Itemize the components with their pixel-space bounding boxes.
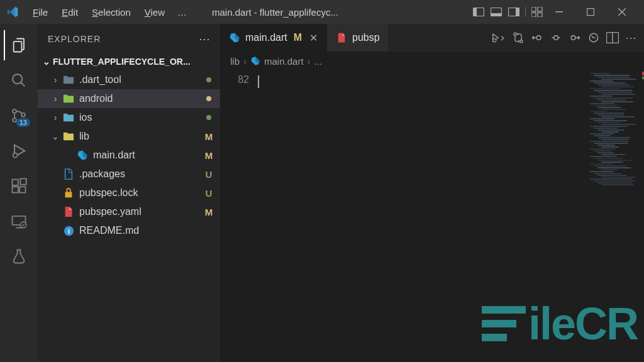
- breadcrumb-trailing[interactable]: ...: [314, 56, 323, 67]
- svg-rect-8: [531, 13, 536, 17]
- tab-actions: ⋯: [484, 24, 644, 52]
- tree-item-readme-md[interactable]: ›iREADME.md: [38, 221, 220, 240]
- svg-point-30: [554, 36, 558, 40]
- menu-overflow[interactable]: …: [171, 4, 193, 20]
- source-control-badge: 13: [16, 118, 30, 127]
- customize-layout-icon[interactable]: [531, 7, 543, 17]
- yaml-icon: [336, 32, 347, 43]
- svg-point-13: [13, 109, 16, 113]
- breadcrumb[interactable]: lib › main.dart › ...: [220, 52, 644, 70]
- tab-label: main.dart: [245, 32, 287, 43]
- git-status: M: [203, 207, 215, 217]
- git-status-dot: [206, 96, 211, 101]
- run-debug-icon[interactable]: [492, 32, 506, 43]
- activity-search[interactable]: [4, 65, 34, 96]
- git-status: M: [203, 150, 215, 161]
- folder-icon: [62, 94, 75, 104]
- menu-bar: File Edit Selection View: [26, 4, 171, 20]
- panel-bottom-icon[interactable]: [490, 7, 502, 17]
- tab-main-dart[interactable]: main.dart M ✕: [220, 24, 327, 52]
- project-header[interactable]: ⌄ FLUTTER_APPLIFECYCLE_OR...: [38, 54, 220, 69]
- commit-icon[interactable]: [550, 31, 562, 44]
- panel-right-icon[interactable]: [508, 7, 520, 17]
- git-status: M: [203, 131, 215, 142]
- vscode-logo-icon: [5, 4, 20, 19]
- folder-icon: [62, 112, 75, 123]
- tree-item--packages[interactable]: ›.packagesU: [38, 165, 220, 184]
- activity-source-control[interactable]: 13: [4, 101, 34, 131]
- chevron-right-icon: ›: [308, 56, 311, 67]
- svg-rect-23: [65, 192, 72, 197]
- activity-run-debug[interactable]: [4, 136, 34, 166]
- activity-explorer[interactable]: [4, 30, 34, 60]
- tree-item-ios[interactable]: ›ios: [38, 108, 220, 127]
- editor-area: main.dart M ✕ pubsp ⋯ lib ›: [220, 24, 644, 362]
- svg-point-28: [520, 40, 523, 43]
- minimap[interactable]: document.write(Array.from({length:60},(_…: [589, 70, 644, 272]
- tree-item-label: lib: [79, 131, 203, 142]
- text-cursor: [258, 75, 259, 88]
- activity-extensions[interactable]: [4, 171, 34, 201]
- git-compare-icon[interactable]: [512, 31, 525, 44]
- chevron-down-icon: ⌄: [43, 57, 50, 67]
- prev-change-icon[interactable]: [531, 31, 543, 44]
- activity-bar: 13: [0, 24, 38, 362]
- tab-pubspec[interactable]: pubsp: [327, 24, 389, 52]
- close-button[interactable]: [613, 3, 631, 21]
- window-controls: [550, 3, 639, 21]
- svg-rect-7: [538, 7, 542, 11]
- watermark-logo: ileCR: [482, 298, 638, 349]
- titlebar: File Edit Selection View … main.dart - f…: [0, 0, 644, 24]
- file-tree: ›.dart_tool›android›ios⌄libM›main.dartM›…: [38, 69, 220, 241]
- chevron-right-icon: ›: [50, 94, 60, 104]
- tree-item--dart-tool[interactable]: ›.dart_tool: [38, 70, 220, 89]
- layout-divider: [525, 7, 526, 17]
- svg-rect-5: [516, 8, 519, 16]
- more-actions-icon[interactable]: ⋯: [625, 31, 636, 45]
- menu-edit[interactable]: Edit: [55, 4, 84, 20]
- watermark-text: ileCR: [528, 298, 638, 349]
- menu-file[interactable]: File: [26, 4, 54, 20]
- tree-item-label: main.dart: [93, 150, 203, 161]
- svg-rect-3: [491, 13, 501, 16]
- menu-selection[interactable]: Selection: [86, 4, 137, 20]
- layout-controls: [472, 7, 543, 17]
- breadcrumb-file[interactable]: main.dart: [264, 56, 304, 67]
- tree-item-label: .dart_tool: [79, 74, 206, 85]
- watermark-icon: [482, 306, 526, 341]
- revert-icon[interactable]: [587, 31, 600, 44]
- tree-item-main-dart[interactable]: ›main.dartM: [38, 146, 220, 165]
- activity-remote[interactable]: [4, 206, 34, 236]
- tree-item-pubspec-lock[interactable]: ›pubspec.lockU: [38, 184, 220, 202]
- next-change-icon[interactable]: [569, 31, 581, 44]
- yaml-icon: [62, 206, 75, 217]
- tree-item-pubspec-yaml[interactable]: ›pubspec.yamlM: [38, 202, 220, 221]
- tree-item-label: android: [79, 93, 206, 104]
- sidebar-header: EXPLORER ⋯: [38, 24, 220, 54]
- folder-icon: [62, 131, 75, 141]
- sidebar: EXPLORER ⋯ ⌄ FLUTTER_APPLIFECYCLE_OR... …: [38, 24, 220, 362]
- split-editor-icon[interactable]: [606, 32, 619, 43]
- svg-point-14: [13, 118, 16, 122]
- svg-point-29: [536, 36, 541, 40]
- chevron-right-icon: ›: [243, 56, 247, 67]
- tree-item-label: ios: [79, 112, 206, 123]
- dart-icon: [75, 150, 89, 161]
- panel-left-icon[interactable]: [472, 7, 485, 17]
- tab-modified-indicator: M: [294, 32, 302, 43]
- svg-rect-1: [474, 8, 477, 16]
- menu-view[interactable]: View: [138, 4, 171, 20]
- close-icon[interactable]: ✕: [309, 32, 318, 44]
- svg-point-15: [21, 113, 25, 117]
- tab-bar: main.dart M ✕ pubsp ⋯: [220, 24, 644, 52]
- breadcrumb-folder[interactable]: lib: [230, 56, 240, 67]
- maximize-button[interactable]: [581, 3, 600, 21]
- svg-point-16: [13, 153, 18, 158]
- dart-icon: [229, 32, 240, 43]
- tree-item-lib[interactable]: ⌄libM: [38, 127, 220, 146]
- activity-testing[interactable]: [4, 241, 34, 272]
- minimize-button[interactable]: [550, 3, 569, 21]
- svg-rect-9: [538, 13, 542, 17]
- sidebar-more-icon[interactable]: ⋯: [199, 32, 210, 46]
- tree-item-android[interactable]: ›android: [38, 89, 220, 108]
